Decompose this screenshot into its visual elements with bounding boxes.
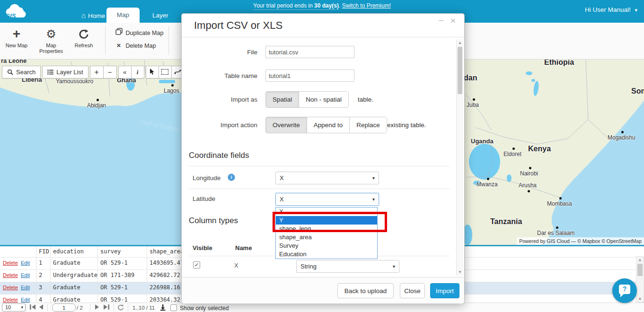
close-button[interactable]: Close bbox=[400, 283, 425, 298]
map-label-uganda: Uganda bbox=[471, 138, 494, 145]
dropdown-option-shape-area[interactable]: shape_area bbox=[276, 233, 377, 242]
column-type-value: String bbox=[300, 263, 317, 270]
row-delete-link[interactable]: Delete bbox=[3, 285, 18, 290]
import-action-append-option[interactable]: Append to bbox=[307, 117, 350, 133]
close-icon[interactable]: × bbox=[450, 16, 456, 26]
refresh-button[interactable]: Refresh bbox=[70, 26, 97, 48]
import-as-spatial-option[interactable]: Spatial bbox=[266, 92, 299, 107]
map-search-button[interactable]: Search bbox=[2, 66, 41, 78]
map-attribution: Powered by GIS Cloud — © Mapbox © OpenSt… bbox=[517, 237, 644, 245]
longitude-select[interactable]: X ▾ bbox=[275, 172, 379, 184]
map-label-arusha: Arusha bbox=[519, 182, 537, 189]
row-delete-link[interactable]: Delete bbox=[3, 272, 18, 278]
page-size-select[interactable]: 10 ▾ bbox=[2, 303, 26, 312]
import-as-suffix: table. bbox=[358, 96, 373, 103]
file-input[interactable] bbox=[265, 46, 354, 58]
import-action-replace-option[interactable]: Replace bbox=[350, 117, 387, 133]
row-edit-link[interactable]: Edit bbox=[21, 285, 30, 290]
delete-map-button[interactable]: × Delete Map bbox=[114, 41, 156, 49]
identify-button[interactable]: i bbox=[131, 66, 144, 78]
measure-icon bbox=[174, 69, 181, 75]
new-map-button[interactable]: + New Map bbox=[3, 26, 30, 48]
row-edit-link[interactable]: Edit bbox=[21, 260, 30, 266]
select-area-button[interactable] bbox=[159, 66, 172, 78]
prev-page-button[interactable] bbox=[39, 304, 44, 310]
cell-fid: 3 bbox=[39, 284, 42, 291]
pointer-tool-button[interactable] bbox=[146, 66, 159, 78]
duplicate-icon bbox=[114, 28, 124, 36]
first-page-button[interactable] bbox=[29, 304, 36, 310]
scroll-up-icon[interactable]: ▲ bbox=[457, 41, 463, 45]
dropdown-option-x[interactable]: X bbox=[276, 208, 377, 216]
chevron-down-icon: ▾ bbox=[21, 304, 23, 311]
dropdown-option-shape-leng[interactable]: shape_leng bbox=[276, 225, 377, 233]
column-type-select[interactable]: String ▾ bbox=[296, 260, 399, 273]
scroll-down-icon[interactable]: ▼ bbox=[636, 297, 644, 301]
cursor-icon bbox=[150, 69, 155, 75]
info-icon[interactable]: i bbox=[228, 173, 235, 181]
row-delete-link[interactable]: Delete bbox=[3, 297, 18, 303]
modal-scrollbar[interactable]: ▲ ▼ bbox=[456, 39, 463, 276]
import-as-nonspatial-option[interactable]: Non - spatial bbox=[299, 92, 348, 107]
row-edit-link[interactable]: Edit bbox=[21, 297, 30, 303]
last-page-button[interactable] bbox=[103, 304, 110, 310]
col-header-education[interactable]: education bbox=[53, 248, 84, 255]
svg-text:GIS: GIS bbox=[5, 12, 16, 19]
table-name-label: Table name bbox=[191, 72, 257, 79]
layer-list-button[interactable]: Layer List bbox=[42, 66, 88, 78]
column-visible-checkbox[interactable]: ✓ bbox=[193, 261, 200, 269]
row-delete-link[interactable]: Delete bbox=[3, 260, 18, 266]
col-header-survey[interactable]: survey bbox=[100, 248, 121, 255]
grid-pagination-bar: 10 ▾ / 2 1..10 / 11 Show only selected bbox=[0, 303, 644, 312]
grid-scrollbar[interactable]: ▲ ▼ bbox=[636, 256, 644, 303]
map-label-dar-es-salaam: Dar es Salaam bbox=[537, 230, 574, 236]
cell-shape-area: 429682.72 bbox=[150, 272, 180, 278]
map-properties-button[interactable]: ⚙ Map Properties bbox=[36, 26, 66, 54]
scroll-up-icon[interactable]: ▲ bbox=[636, 258, 644, 262]
cell-survey: OR 529-1 bbox=[100, 260, 128, 266]
delete-map-label: Delete Map bbox=[125, 43, 156, 49]
duplicate-map-button[interactable]: Duplicate Map bbox=[114, 28, 163, 36]
nav-tab-map[interactable]: Map bbox=[106, 8, 140, 23]
page-number-input[interactable] bbox=[52, 303, 76, 312]
trial-days: 30 day(s) bbox=[314, 2, 339, 9]
cell-shape-area: 1493695.47 bbox=[150, 260, 184, 266]
dropdown-option-education[interactable]: Education bbox=[276, 250, 377, 259]
cell-survey: OR 529-1 bbox=[100, 284, 128, 291]
reload-grid-icon[interactable] bbox=[117, 304, 124, 311]
col-header-fid[interactable]: FID bbox=[39, 248, 49, 255]
user-menu[interactable]: Hi User Manual! ▾ bbox=[585, 6, 637, 13]
page-size-value: 10 bbox=[5, 304, 11, 310]
switch-to-premium-link[interactable]: Switch to Premium! bbox=[342, 2, 391, 9]
zoom-in-button[interactable]: + bbox=[90, 66, 104, 78]
scroll-down-icon[interactable]: ▼ bbox=[457, 270, 463, 274]
cell-fid: 1 bbox=[39, 260, 42, 266]
user-menu-label: Hi User Manual! bbox=[585, 6, 631, 13]
download-icon[interactable] bbox=[160, 304, 166, 311]
import-button[interactable]: Import bbox=[430, 283, 459, 298]
nav-layer-label: Layer bbox=[152, 12, 168, 19]
import-action-overwrite-option[interactable]: Overwrite bbox=[266, 117, 307, 133]
back-to-upload-button[interactable]: Back to upload bbox=[337, 283, 394, 298]
nav-tab-layer[interactable]: Layer bbox=[146, 9, 175, 23]
show-only-selected-checkbox[interactable] bbox=[170, 304, 177, 311]
cell-fid: 4 bbox=[39, 296, 42, 303]
table-name-input[interactable] bbox=[265, 69, 354, 82]
minimize-icon[interactable]: – bbox=[439, 16, 443, 25]
collapse-toolbar-button[interactable]: « bbox=[118, 66, 132, 78]
dropdown-option-y[interactable]: Y bbox=[276, 216, 377, 225]
page-count-label: / 2 bbox=[77, 305, 83, 311]
zoom-out-button[interactable]: − bbox=[103, 66, 117, 78]
col-header-shape-area[interactable]: shape_area bbox=[150, 248, 184, 255]
help-button[interactable]: ? bbox=[612, 278, 637, 303]
row-edit-link[interactable]: Edit bbox=[21, 272, 30, 278]
longitude-value: X bbox=[280, 174, 284, 182]
next-page-button[interactable] bbox=[95, 304, 99, 310]
dropdown-option-survey[interactable]: Survey bbox=[276, 242, 377, 250]
select-caret-icon: ▾ bbox=[372, 193, 375, 205]
latitude-select[interactable]: X ▾ bbox=[275, 193, 379, 206]
gis-cloud-logo[interactable]: GIS bbox=[4, 2, 28, 20]
collapse-icon: « bbox=[123, 69, 126, 76]
map-label-lagos: Lagos bbox=[164, 87, 179, 94]
map-label-sierra-leone: ra Leone bbox=[1, 59, 26, 64]
